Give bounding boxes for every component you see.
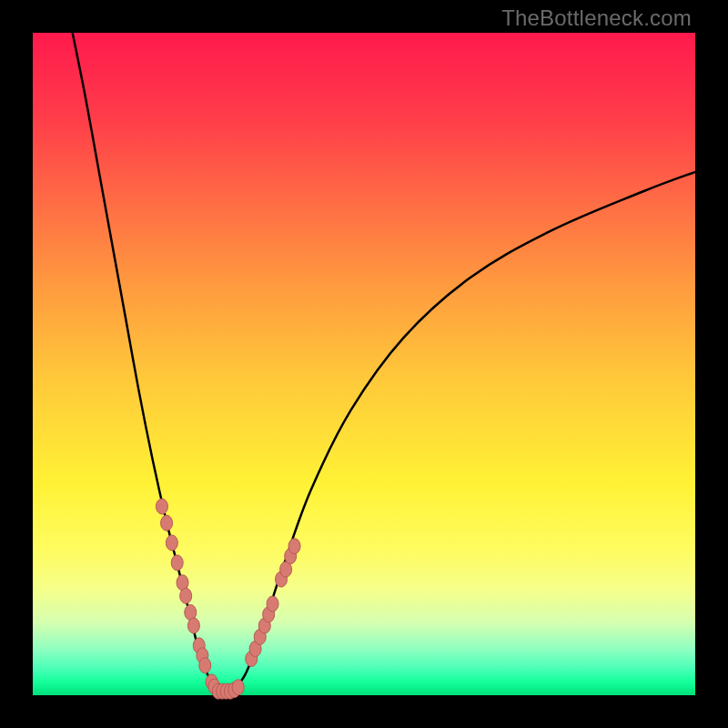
data-marker <box>180 588 192 603</box>
data-marker <box>161 515 173 531</box>
chart-plot <box>33 33 695 695</box>
data-marker <box>156 499 167 514</box>
data-marker <box>199 658 211 673</box>
watermark-text: TheBottleneck.com <box>501 5 692 31</box>
data-marker <box>232 680 244 695</box>
curve-right <box>231 172 695 692</box>
data-marker <box>267 596 278 612</box>
curve-left <box>73 33 218 692</box>
data-marker <box>166 535 177 551</box>
data-marker <box>187 618 199 633</box>
data-marker <box>171 555 183 571</box>
data-marker <box>288 539 300 554</box>
markers-group <box>156 499 300 699</box>
